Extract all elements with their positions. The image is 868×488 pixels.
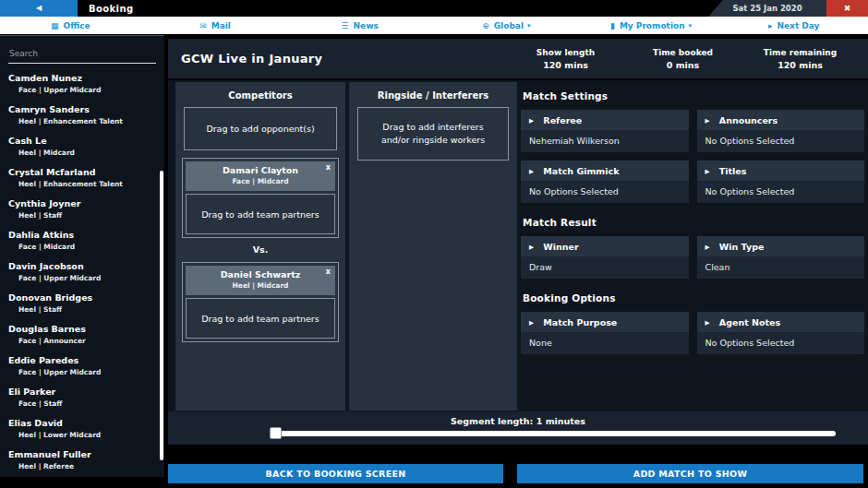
- field-label: Winner: [543, 242, 578, 252]
- add-match-to-show-button[interactable]: ADD MATCH TO SHOW: [517, 464, 863, 483]
- member-details: Heel | Midcard: [186, 281, 335, 291]
- globe-icon: ⊕: [482, 21, 489, 30]
- field-header[interactable]: ▶ Titles: [697, 161, 865, 181]
- field-value: No Options Selected: [521, 181, 689, 203]
- roster-item[interactable]: Elias David Heel | Lower Midcard: [0, 413, 164, 445]
- worker-details: Heel | Enhancement Talent: [8, 180, 157, 189]
- field-header[interactable]: ▶ Match Purpose: [521, 312, 689, 332]
- field-header[interactable]: ▶ Referee: [521, 110, 689, 130]
- segment-length-label: Segment length: 1 minutes: [168, 411, 868, 426]
- field-value: No Options Selected: [697, 332, 865, 354]
- roster-item[interactable]: Donovan Bridges Heel | Staff: [0, 288, 164, 319]
- field-header[interactable]: ▶ Announcers: [697, 110, 865, 130]
- chevron-down-icon: ▾: [689, 22, 693, 30]
- field-titles: ▶ Titles No Options Selected: [697, 161, 865, 203]
- roster-list: Camden Nunez Face | Upper Midcard Camryn…: [0, 68, 164, 476]
- close-button[interactable]: ✖: [826, 0, 868, 17]
- field-label: Match Gimmick: [543, 166, 619, 176]
- nav-item-news[interactable]: ☰ News: [289, 17, 434, 34]
- field-header[interactable]: ▶ Match Gimmick: [521, 161, 689, 181]
- member-details: Face | Midcard: [186, 177, 335, 186]
- worker-name: Eddie Paredes: [8, 355, 157, 366]
- expand-arrow-icon: ▶: [705, 117, 710, 125]
- roster-item[interactable]: Crystal Mcfarland Heel | Enhancement Tal…: [0, 162, 164, 194]
- match-result-grid: ▶ Winner Draw ▶ Win Type Clean: [521, 236, 864, 279]
- field-header[interactable]: ▶ Agent Notes: [697, 312, 865, 332]
- field-value: Nehemiah Wilkerson: [521, 130, 689, 152]
- back-arrow-button[interactable]: ◀: [0, 0, 78, 17]
- field-match-gimmick: ▶ Match Gimmick No Options Selected: [521, 161, 689, 203]
- roster-item[interactable]: Camden Nunez Face | Upper Midcard: [0, 68, 164, 100]
- field-value: Draw: [521, 256, 689, 279]
- member-name: Damari Clayton: [186, 165, 335, 176]
- booking-options-grid: ▶ Match Purpose None ▶ Agent Notes No Op…: [521, 312, 864, 354]
- roster-item[interactable]: Dahlia Atkins Face | Midcard: [0, 225, 164, 256]
- worker-details: Face | Midcard: [8, 243, 157, 252]
- expand-arrow-icon: ▶: [529, 117, 534, 125]
- search-input[interactable]: [8, 46, 156, 64]
- roster-item[interactable]: Eddie Paredes Face | Upper Midcard: [0, 351, 164, 382]
- member-card[interactable]: Damari Clayton Face | Midcard x: [186, 161, 335, 191]
- back-arrow-icon: ◀: [36, 4, 42, 12]
- nav-item-next-day[interactable]: ▸ Next Day: [723, 17, 868, 34]
- expand-arrow-icon: ▶: [529, 168, 534, 175]
- roster-item[interactable]: Cash Le Heel | Midcard: [0, 131, 164, 162]
- roster-item[interactable]: Davin Jacobson Face | Upper Midcard: [0, 256, 164, 288]
- team-partner-drop-zone[interactable]: Drag to add team partners: [186, 298, 335, 339]
- field-label: Agent Notes: [719, 317, 780, 327]
- show-title: GCW Live in January: [168, 52, 507, 65]
- roster-item[interactable]: Eli Parker Face | Staff: [0, 382, 164, 413]
- match-settings-grid: ▶ Referee Nehemiah Wilkerson ▶ Announcer…: [521, 110, 864, 203]
- window-title: Booking: [89, 0, 134, 17]
- stat-value: 120 mins: [741, 59, 859, 71]
- worker-details: Face | Announcer: [8, 337, 157, 346]
- mail-icon: ✉: [199, 21, 207, 30]
- title-bar: ◀ Booking Sat 25 Jan 2020 ✖: [0, 0, 868, 17]
- nav-item-my-promotion[interactable]: ▮ My Promotion ▾: [579, 17, 724, 34]
- field-label: Match Purpose: [543, 317, 617, 327]
- opponent-drop-zone[interactable]: Drag to add opponent(s): [184, 107, 337, 150]
- booking-options-title: Booking Options: [523, 292, 864, 304]
- field-header[interactable]: ▶ Win Type: [697, 236, 865, 256]
- field-match-purpose: ▶ Match Purpose None: [521, 312, 689, 354]
- worker-name: Dahlia Atkins: [8, 230, 157, 241]
- team-partner-drop-zone[interactable]: Drag to add team partners: [186, 194, 335, 234]
- ringside-drop-zone[interactable]: Drag to add interferers and/or ringside …: [357, 107, 509, 161]
- field-label: Announcers: [719, 115, 778, 125]
- field-win-type: ▶ Win Type Clean: [697, 236, 865, 279]
- roster-item[interactable]: Douglas Barnes Face | Announcer: [0, 319, 164, 351]
- nav-label: Office: [64, 21, 90, 30]
- worker-details: Heel | Referee: [8, 462, 157, 471]
- segment-length-slider[interactable]: [271, 431, 836, 436]
- remove-member-button[interactable]: x: [326, 163, 331, 172]
- nav-item-mail[interactable]: ✉ Mail: [145, 17, 290, 34]
- show-header: GCW Live in January Show length 120 mins…: [168, 39, 868, 78]
- field-header[interactable]: ▶ Winner: [521, 236, 689, 256]
- promotion-icon: ▮: [610, 21, 615, 30]
- expand-arrow-icon: ▶: [705, 319, 710, 327]
- match-settings-title: Match Settings: [523, 90, 864, 101]
- worker-name: Cynthia Joyner: [8, 198, 157, 209]
- sidebar-scrollbar-thumb[interactable]: [160, 171, 163, 460]
- stat-label: Time remaining: [741, 47, 859, 59]
- nav-label: Next Day: [777, 21, 819, 30]
- nav-item-office[interactable]: ▦ Office: [0, 17, 145, 34]
- segment-length-slider-thumb[interactable]: [270, 427, 282, 439]
- roster-item[interactable]: Emmanuel Fuller Heel | Referee: [0, 445, 164, 476]
- drop-hint: Drag to add opponent(s): [206, 123, 314, 136]
- roster-item[interactable]: Camryn Sanders Heel | Enhancement Talent: [0, 100, 164, 131]
- nav-item-global[interactable]: ⊕ Global ▾: [434, 17, 579, 34]
- remove-member-button[interactable]: x: [326, 268, 331, 276]
- worker-details: Heel | Midcard: [8, 149, 157, 158]
- worker-details: Face | Upper Midcard: [8, 274, 157, 283]
- member-card[interactable]: Daniel Schwartz Heel | Midcard x: [186, 266, 335, 295]
- worker-name: Emmanuel Fuller: [8, 449, 157, 460]
- back-to-booking-button[interactable]: BACK TO BOOKING SCREEN: [168, 464, 503, 483]
- drop-hint: Drag to add team partners: [201, 314, 319, 324]
- roster-item[interactable]: Cynthia Joyner Heel | Staff: [0, 194, 164, 225]
- worker-name: Eli Parker: [8, 387, 157, 398]
- member-name: Daniel Schwartz: [186, 269, 335, 280]
- expand-arrow-icon: ▶: [529, 319, 534, 327]
- field-value: No Options Selected: [697, 130, 865, 152]
- expand-arrow-icon: ▶: [705, 244, 710, 251]
